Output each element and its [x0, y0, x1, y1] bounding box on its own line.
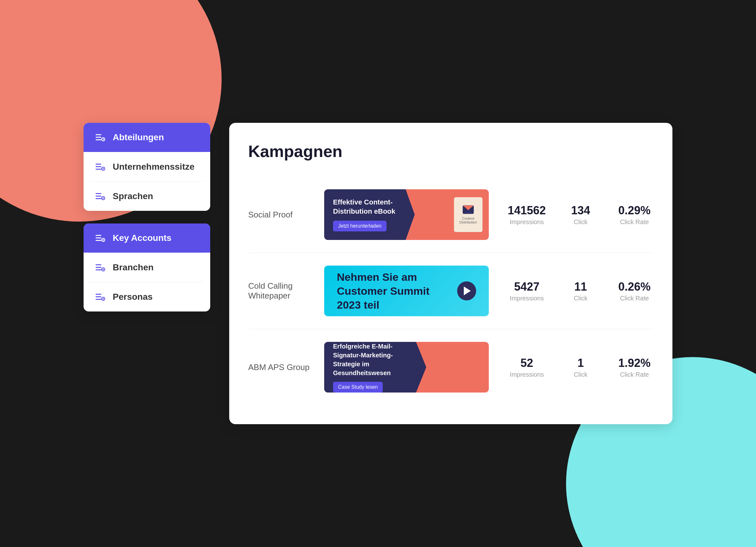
- stat-rate-abm: 1.92% Click Rate: [615, 356, 653, 378]
- sidebar-label-personas: Personas: [113, 292, 153, 302]
- impressions-label-3: Impressions: [508, 371, 546, 378]
- svg-rect-22: [96, 267, 101, 268]
- impressions-value: 141562: [508, 204, 546, 217]
- stat-rate-social-proof: 0.29% Click Rate: [615, 204, 653, 226]
- stat-impressions-cold-calling: 5427 Impressions: [508, 280, 546, 302]
- svg-rect-2: [96, 139, 101, 140]
- svg-rect-21: [96, 264, 101, 265]
- sidebar-item-personas[interactable]: Personas: [84, 282, 210, 311]
- svg-point-20: [103, 239, 104, 241]
- svg-line-5: [103, 139, 104, 140]
- impressions-label-2: Impressions: [508, 295, 546, 302]
- sidebar-item-abteilungen[interactable]: Abteilungen: [84, 123, 210, 152]
- svg-rect-7: [96, 166, 101, 167]
- card-text-cold-calling: Nehmen Sie am Customer Summit 2023 teil: [337, 270, 448, 312]
- stat-impressions-social-proof: 141562 Impressions: [508, 204, 546, 226]
- rate-label-3: Click Rate: [615, 371, 653, 378]
- impressions-value-2: 5427: [508, 280, 546, 293]
- card-left-social-proof: Effektive Content-Distribution eBook Jet…: [324, 189, 415, 240]
- svg-rect-6: [96, 164, 101, 165]
- click-label-2: Click: [562, 295, 600, 302]
- card-button-abm[interactable]: Case Study lesen: [333, 382, 383, 393]
- click-label: Click: [562, 218, 600, 226]
- rate-label: Click Rate: [615, 218, 653, 226]
- stat-click-social-proof: 134 Click: [562, 204, 600, 226]
- play-button[interactable]: [457, 281, 476, 300]
- menu-icon-branchen: [95, 262, 105, 273]
- sidebar-label-key-accounts: Key Accounts: [113, 233, 172, 243]
- card-button-social-proof[interactable]: Jetzt herunterladen: [333, 221, 387, 231]
- svg-rect-0: [96, 134, 101, 135]
- sidebar-label-sprachen: Sprachen: [113, 191, 153, 201]
- svg-rect-17: [96, 237, 101, 238]
- campaign-type-social-proof: Social Proof: [248, 210, 312, 220]
- card-image-social-proof: Content Distribution: [454, 197, 482, 232]
- sidebar-item-sprachen[interactable]: Sprachen: [84, 182, 210, 211]
- envelope-icon: [463, 205, 474, 215]
- sidebar-panel-bottom: Key Accounts Branchen: [84, 223, 210, 311]
- campaign-row-abm: ABM APS Group Erfolgreiche E-Mail-Signat…: [248, 329, 653, 405]
- campaign-type-cold-calling: Cold Calling Whitepaper: [248, 281, 312, 301]
- stat-impressions-abm: 52 Impressions: [508, 356, 546, 378]
- sidebar-label-unternehmenssitze: Unternehmenssitze: [113, 162, 194, 172]
- svg-rect-18: [96, 240, 101, 241]
- card-left-abm: Erfolgreiche E-Mail-Signatur-Marketing-S…: [324, 342, 426, 393]
- svg-rect-8: [96, 169, 101, 170]
- svg-rect-13: [96, 198, 101, 199]
- campaign-panel: Kampagnen Social Proof Effektive Content…: [229, 123, 672, 424]
- sidebar-panels: Abteilungen Unternehmenssitze: [84, 123, 210, 311]
- campaign-stats-abm: 52 Impressions 1 Click 1.92% Click Rate: [508, 356, 653, 378]
- card-title-abm: Erfolgreiche E-Mail-Signatur-Marketing-S…: [333, 342, 417, 377]
- sidebar-label-branchen: Branchen: [113, 262, 154, 273]
- menu-icon-unternehmenssitze: [95, 162, 105, 172]
- sidebar-item-key-accounts[interactable]: Key Accounts: [84, 223, 210, 253]
- stat-click-abm: 1 Click: [562, 356, 600, 378]
- click-value-3: 1: [562, 356, 600, 370]
- menu-icon-personas: [95, 292, 105, 302]
- click-label-3: Click: [562, 371, 600, 378]
- svg-rect-26: [96, 294, 101, 295]
- sidebar-item-branchen[interactable]: Branchen: [84, 253, 210, 282]
- menu-icon-key-accounts: [95, 233, 105, 243]
- svg-point-25: [103, 269, 104, 270]
- svg-rect-12: [96, 196, 101, 197]
- stat-rate-cold-calling: 0.26% Click Rate: [615, 280, 653, 302]
- card-image-label: Content Distribution: [457, 217, 480, 224]
- rate-value-2: 0.26%: [615, 280, 653, 293]
- campaign-card-social-proof[interactable]: Effektive Content-Distribution eBook Jet…: [324, 189, 489, 240]
- stat-click-cold-calling: 11 Click: [562, 280, 600, 302]
- main-container: Abteilungen Unternehmenssitze: [84, 123, 672, 424]
- sidebar-panel-top: Abteilungen Unternehmenssitze: [84, 123, 210, 211]
- campaign-stats-social-proof: 141562 Impressions 134 Click 0.29% Click…: [508, 204, 653, 226]
- svg-rect-11: [96, 193, 101, 194]
- menu-icon-sprachen: [95, 191, 105, 201]
- click-value: 134: [562, 204, 600, 217]
- campaign-card-cold-calling[interactable]: Nehmen Sie am Customer Summit 2023 teil: [324, 266, 489, 316]
- sidebar-item-unternehmenssitze[interactable]: Unternehmenssitze: [84, 152, 210, 181]
- svg-rect-27: [96, 296, 101, 297]
- click-value-2: 11: [562, 280, 600, 293]
- impressions-label: Impressions: [508, 218, 546, 226]
- impressions-value-3: 52: [508, 356, 546, 370]
- campaign-card-abm[interactable]: Erfolgreiche E-Mail-Signatur-Marketing-S…: [324, 342, 489, 393]
- rate-value-3: 1.92%: [615, 356, 653, 370]
- rate-value: 0.29%: [615, 204, 653, 217]
- svg-rect-16: [96, 235, 101, 236]
- svg-rect-1: [96, 137, 101, 138]
- play-icon: [464, 286, 471, 295]
- svg-point-10: [103, 168, 104, 169]
- svg-rect-28: [96, 299, 101, 300]
- campaign-row-cold-calling: Cold Calling Whitepaper Nehmen Sie am Cu…: [248, 253, 653, 329]
- svg-point-15: [103, 198, 104, 199]
- rate-label-2: Click Rate: [615, 295, 653, 302]
- campaign-stats-cold-calling: 5427 Impressions 11 Click 0.26% Click Ra…: [508, 280, 653, 302]
- campaign-type-abm: ABM APS Group: [248, 362, 312, 372]
- menu-icon-abteilungen: [95, 132, 105, 142]
- sidebar-label-abteilungen: Abteilungen: [113, 132, 164, 142]
- svg-point-30: [103, 298, 104, 299]
- campaign-row-social-proof: Social Proof Effektive Content-Distribut…: [248, 177, 653, 253]
- campaign-panel-title: Kampagnen: [248, 142, 653, 161]
- svg-rect-23: [96, 269, 101, 270]
- card-title-social-proof: Effektive Content-Distribution eBook: [333, 198, 406, 216]
